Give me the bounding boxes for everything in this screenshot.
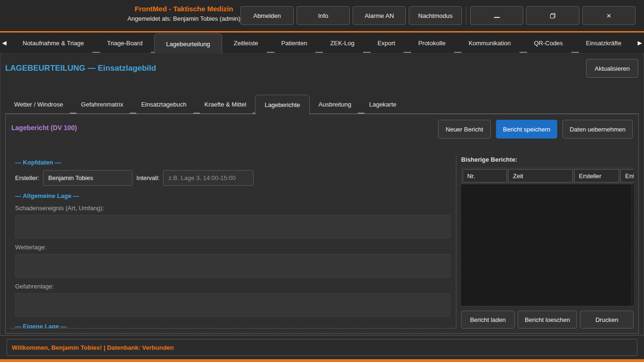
tab-patienten[interactable]: Patienten bbox=[270, 33, 319, 53]
restore-icon bbox=[550, 13, 555, 18]
section-eigene-lage: — Eigene Lage — bbox=[15, 323, 450, 329]
subtab-einsatztagebuch[interactable]: Einsatztagebuch bbox=[132, 95, 195, 114]
status-message: Willkommen, Benjamin Tobies! | Datenbank… bbox=[12, 344, 174, 351]
app-title-block: FrontMed - Taktische Medizin Angemeldet … bbox=[108, 4, 259, 23]
subtab-lagekarte[interactable]: Lagekarte bbox=[360, 95, 405, 114]
app-title: FrontMed - Taktische Medizin bbox=[108, 4, 259, 14]
logout-button[interactable]: Abmelden bbox=[240, 6, 294, 25]
tab-lagebeurteilung[interactable]: Lagebeurteilung bbox=[154, 33, 222, 54]
previous-reports-panel: Bisherige Berichte: Nr. Zeit Ersteller E… bbox=[461, 156, 634, 329]
report-panel-body: — Kopfdaten — Ersteller: Intervall: — Al… bbox=[6, 139, 638, 333]
schadensereignis-label: Schadensereignis (Art, Umfang): bbox=[15, 205, 450, 212]
subtab-lageberichte[interactable]: Lageberichte bbox=[255, 95, 309, 115]
column-header-nr[interactable]: Nr. bbox=[462, 169, 507, 182]
adopt-data-button[interactable]: Daten uebernehmen bbox=[562, 120, 633, 139]
intervall-input[interactable] bbox=[163, 170, 254, 186]
report-action-buttons: Neuer Bericht Bericht speichern Daten ue… bbox=[438, 120, 633, 139]
lagebeurteilung-view: LAGEBEURTEILUNG — Einsatzlagebild Aktual… bbox=[0, 53, 644, 336]
main-tabs-track: Notaufnahme & Triage Triage-Board Lagebe… bbox=[8, 33, 636, 53]
titlebar-separator bbox=[466, 6, 466, 25]
reports-list-buttons: Bericht laden Bericht loeschen Drucken bbox=[461, 311, 634, 329]
tab-einsatzkraefte[interactable]: Einsatzkräfte bbox=[575, 33, 633, 53]
kopfdaten-field-row: Ersteller: Intervall: bbox=[15, 170, 450, 186]
intervall-label: Intervall: bbox=[136, 174, 159, 181]
lageberichte-panel: Lagebericht (DV 100) Neuer Bericht Beric… bbox=[5, 114, 639, 334]
report-panel-header: Lagebericht (DV 100) Neuer Bericht Beric… bbox=[6, 114, 638, 139]
tab-zeitleiste[interactable]: Zeitleiste bbox=[223, 33, 270, 53]
tab-protokolle[interactable]: Protokolle bbox=[407, 33, 457, 53]
tab-export[interactable]: Export bbox=[366, 33, 407, 53]
ersteller-input[interactable] bbox=[43, 170, 132, 186]
load-report-button[interactable]: Bericht laden bbox=[461, 311, 515, 329]
save-report-button[interactable]: Bericht speichern bbox=[496, 120, 557, 139]
logged-in-as: Angemeldet als: Benjamin Tobies (admin) bbox=[108, 15, 259, 23]
column-header-entwicklung[interactable]: Entw bbox=[620, 169, 634, 182]
close-icon: × bbox=[607, 12, 611, 20]
tab-kommunikation[interactable]: Kommunikation bbox=[457, 33, 522, 53]
subtab-kraefte-mittel[interactable]: Kraefte & Mittel bbox=[196, 95, 256, 114]
minimize-button[interactable] bbox=[470, 6, 523, 25]
info-button[interactable]: Info bbox=[297, 6, 350, 25]
tabs-scroll-left-icon[interactable]: ◀ bbox=[0, 33, 8, 53]
column-header-ersteller[interactable]: Ersteller bbox=[574, 169, 619, 182]
tab-notaufnahme-triage[interactable]: Notaufnahme & Triage bbox=[11, 33, 95, 53]
section-kopfdaten: — Kopfdaten — bbox=[15, 159, 450, 166]
reports-table-body[interactable] bbox=[461, 184, 634, 306]
tabs-scroll-right-icon[interactable]: ▶ bbox=[636, 33, 644, 53]
subtab-gefahrenmatrix[interactable]: Gefahrenmatrix bbox=[72, 95, 132, 114]
titlebar: FrontMed - Taktische Medizin Angemeldet … bbox=[0, 0, 644, 31]
wetterlage-textarea[interactable] bbox=[15, 254, 450, 278]
page-title: LAGEBEURTEILUNG — Einsatzlagebild bbox=[5, 64, 156, 73]
reports-table-header: Nr. Zeit Ersteller Entw bbox=[461, 167, 634, 184]
close-button[interactable]: × bbox=[582, 6, 636, 25]
column-header-zeit[interactable]: Zeit bbox=[508, 169, 573, 182]
subtab-wetter-windrose[interactable]: Wetter / Windrose bbox=[5, 95, 72, 114]
previous-reports-title: Bisherige Berichte: bbox=[461, 156, 634, 163]
footer-accent-line bbox=[0, 359, 644, 362]
page-header: LAGEBEURTEILUNG — Einsatzlagebild Aktual… bbox=[0, 54, 644, 79]
tab-triage-board[interactable]: Triage-Board bbox=[96, 33, 154, 53]
ersteller-label: Ersteller: bbox=[15, 174, 39, 181]
titlebar-buttons: Abmelden Info Alarme AN Nachtmodus × bbox=[240, 6, 636, 25]
refresh-button[interactable]: Aktualisieren bbox=[586, 59, 638, 78]
sub-tab-bar: Wetter / Windrose Gefahrenmatrix Einsatz… bbox=[5, 95, 639, 114]
minimize-icon bbox=[494, 17, 500, 18]
new-report-button[interactable]: Neuer Bericht bbox=[438, 120, 491, 139]
section-allgemeine-lage: — Allgemeine Lage — bbox=[15, 192, 450, 199]
night-mode-button[interactable]: Nachtmodus bbox=[409, 6, 462, 25]
wetterlage-label: Wetterlage: bbox=[15, 244, 450, 251]
delete-report-button[interactable]: Bericht loeschen bbox=[518, 311, 578, 329]
alarms-toggle-button[interactable]: Alarme AN bbox=[353, 6, 406, 25]
subtab-ausbreitung[interactable]: Ausbreitung bbox=[310, 95, 360, 114]
report-form: — Kopfdaten — Ersteller: Intervall: — Al… bbox=[10, 156, 456, 329]
schadensereignis-textarea[interactable] bbox=[15, 215, 450, 239]
status-bar: Willkommen, Benjamin Tobies! | Datenbank… bbox=[0, 336, 644, 359]
report-panel-title: Lagebericht (DV 100) bbox=[11, 124, 77, 132]
main-tab-bar: ◀ Notaufnahme & Triage Triage-Board Lage… bbox=[0, 33, 644, 53]
status-box: Willkommen, Benjamin Tobies! | Datenbank… bbox=[7, 339, 637, 356]
restore-button[interactable] bbox=[526, 6, 579, 25]
gefahrenlage-textarea[interactable] bbox=[15, 293, 450, 317]
tab-zek-log[interactable]: ZEK-Log bbox=[319, 33, 365, 53]
gefahrenlage-label: Gefahrenlage: bbox=[15, 283, 450, 290]
tab-qr-codes[interactable]: QR-Codes bbox=[522, 33, 574, 53]
print-report-button[interactable]: Drucken bbox=[580, 311, 634, 329]
